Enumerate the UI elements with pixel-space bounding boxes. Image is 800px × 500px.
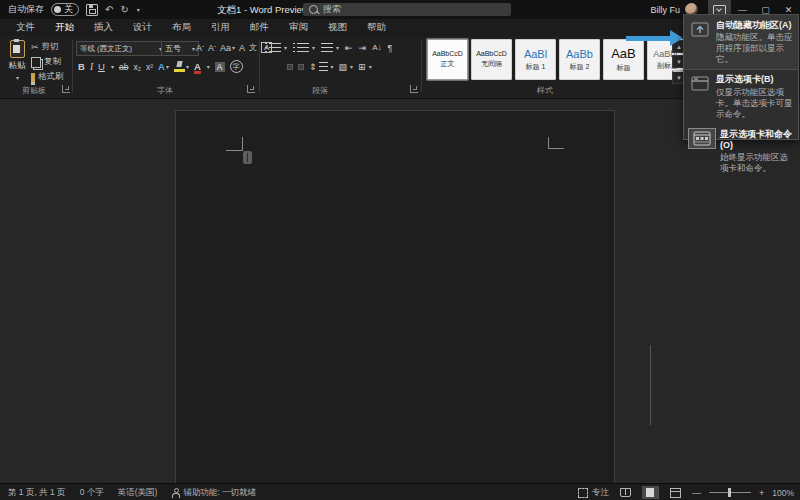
arrow-head-icon — [670, 30, 683, 46]
tab-help[interactable]: 帮助 — [357, 19, 396, 36]
text-effects-button[interactable]: A▾ — [158, 61, 169, 72]
tab-references[interactable]: 引用 — [201, 19, 240, 36]
strikethrough-button[interactable]: ab — [119, 62, 128, 72]
document-title: 文档1 - Word Preview — [217, 4, 309, 17]
align-right-button[interactable] — [287, 64, 293, 70]
line-spacing-button[interactable]: ⇕▾ — [309, 62, 334, 72]
scrollbar-thumb[interactable] — [650, 345, 651, 425]
superscript-button[interactable]: x² — [146, 62, 153, 72]
qat-customize-chevron-icon[interactable]: ▾ — [137, 6, 140, 13]
style-heading2[interactable]: AaBb 标题 2 — [559, 39, 600, 80]
user-name: Billy Fu — [650, 5, 680, 15]
menu-item-title: 显示选项卡(B) — [716, 74, 794, 85]
multilevel-list-button[interactable]: ▾ — [321, 43, 339, 52]
zoom-out-button[interactable]: — — [692, 488, 701, 498]
menu-item-show-tabs[interactable]: 显示选项卡(B) 仅显示功能区选项卡。单击选项卡可显示命令。 — [684, 69, 798, 123]
copy-button[interactable]: 复制 — [31, 56, 64, 68]
tab-home[interactable]: 开始 — [45, 19, 84, 36]
toggle-knob-icon — [54, 6, 61, 13]
clipboard-dialog-launcher-icon[interactable] — [62, 85, 70, 93]
font-name-select[interactable]: 等线 (西文正文) ▾ — [76, 41, 166, 56]
tab-review[interactable]: 审阅 — [279, 19, 318, 36]
tab-design[interactable]: 设计 — [123, 19, 162, 36]
tab-layout[interactable]: 布局 — [162, 19, 201, 36]
paste-label: 粘贴 — [9, 60, 26, 72]
arrow-body — [626, 36, 670, 41]
menu-item-show-tabs-and-commands[interactable]: 显示选项卡和命令(O) 始终显示功能区选项卡和命令。 — [684, 124, 798, 179]
cut-label: 剪切 — [42, 41, 59, 53]
style-no-spacing[interactable]: AaBbCcD 无间隔 — [471, 39, 512, 80]
chevron-down-icon: ▾ — [192, 45, 195, 52]
tab-mailings[interactable]: 邮件 — [240, 19, 279, 36]
paragraph-row-2: ⇕▾ ▨▾ ⊞▾ — [265, 59, 372, 74]
sort-button[interactable]: A↓ — [372, 43, 381, 52]
text-cursor[interactable] — [243, 151, 252, 164]
undo-button[interactable]: ↶ — [105, 5, 113, 15]
borders-button[interactable]: ⊞▾ — [358, 62, 372, 72]
italic-button[interactable]: I — [90, 62, 93, 72]
accessibility-status[interactable]: 辅助功能: 一切就绪 — [171, 487, 256, 499]
focus-mode-button[interactable]: 专注 — [578, 487, 609, 499]
save-icon[interactable] — [86, 4, 98, 16]
redo-button[interactable]: ↻ — [120, 5, 128, 15]
menu-item-auto-hide-ribbon[interactable]: 自动隐藏功能区(A) 隐藏功能区。单击应用程序顶部以显示它。 — [684, 15, 798, 69]
print-layout-button[interactable] — [642, 486, 659, 499]
margin-crop-mark-top-left — [226, 150, 243, 151]
phonetic-guide-button[interactable]: 文 — [249, 42, 257, 53]
language-indicator[interactable]: 英语(美国) — [118, 487, 158, 499]
tab-insert[interactable]: 插入 — [84, 19, 123, 36]
web-layout-button[interactable] — [667, 486, 684, 499]
format-painter-icon — [31, 73, 35, 82]
style-heading1[interactable]: AaBl 标题 1 — [515, 39, 556, 80]
ribbon-display-options-menu: 自动隐藏功能区(A) 隐藏功能区。单击应用程序顶部以显示它。 显示选项卡(B) … — [683, 14, 799, 140]
align-center-button[interactable] — [276, 64, 282, 70]
enclose-characters-button[interactable]: 字 — [230, 60, 243, 73]
document-page[interactable] — [175, 110, 615, 483]
menu-item-desc: 仅显示功能区选项卡。单击选项卡可显示命令。 — [716, 87, 794, 120]
zoom-level[interactable]: 100% — [772, 488, 794, 498]
zoom-slider[interactable] — [709, 492, 751, 493]
font-dialog-launcher-icon[interactable] — [247, 85, 255, 93]
annotation-arrow — [626, 30, 683, 47]
autosave-toggle[interactable]: 关 — [51, 3, 79, 16]
clear-formatting-button[interactable]: A — [239, 43, 245, 53]
change-case-button[interactable]: Aa▾ — [220, 43, 235, 53]
clipboard-group-label: 剪贴板 — [10, 85, 58, 96]
word-count[interactable]: 0 个字 — [80, 487, 104, 499]
align-left-button[interactable] — [265, 64, 271, 70]
menu-item-title: 自动隐藏功能区(A) — [716, 20, 794, 31]
justify-button[interactable] — [298, 64, 304, 70]
character-shading-button[interactable]: A — [215, 62, 225, 72]
highlight-color-button[interactable]: ▾ — [174, 61, 189, 72]
font-row-2: B I U ▾ ab x₂ x² A▾ ▾ A ▾ A 字 — [78, 59, 243, 74]
bullets-button[interactable]: ▾ — [265, 43, 287, 52]
shading-button[interactable]: ▨▾ — [339, 62, 354, 72]
page-indicator[interactable]: 第 1 页, 共 1 页 — [8, 487, 66, 499]
word-app-window: 自动保存 关 ↶ ↻ ▾ 文档1 - Word Preview 搜索 Billy… — [0, 0, 800, 500]
increase-indent-button[interactable]: ⇥ — [359, 43, 367, 53]
font-color-dropdown-icon[interactable]: ▾ — [207, 63, 210, 70]
decrease-indent-button[interactable]: ⇤ — [345, 43, 353, 53]
tab-view[interactable]: 视图 — [318, 19, 357, 36]
underline-button[interactable]: U — [98, 61, 105, 72]
format-painter-button[interactable]: 格式刷 — [31, 71, 64, 83]
show-hide-marks-button[interactable]: ¶ — [387, 43, 392, 53]
tab-file[interactable]: 文件 — [6, 19, 45, 36]
font-size-select[interactable]: 五号 ▾ — [161, 41, 199, 56]
grow-font-button[interactable]: Aˆ — [196, 43, 204, 53]
font-color-button[interactable]: A — [194, 61, 201, 72]
shrink-font-button[interactable]: Aˇ — [208, 43, 216, 53]
underline-dropdown-icon[interactable]: ▾ — [111, 63, 114, 70]
paste-button[interactable]: 粘贴 ▾ — [5, 40, 29, 82]
subscript-button[interactable]: x₂ — [133, 62, 141, 72]
cut-button[interactable]: ✂ 剪切 — [31, 41, 64, 53]
paragraph-dialog-launcher-icon[interactable] — [410, 85, 418, 93]
bold-button[interactable]: B — [78, 61, 85, 72]
style-normal[interactable]: AaBbCcD 正文 — [427, 39, 468, 80]
zoom-in-button[interactable]: + — [759, 488, 764, 498]
zoom-slider-thumb[interactable] — [728, 488, 731, 497]
numbering-button[interactable]: ▾ — [293, 43, 315, 52]
search-box[interactable]: 搜索 — [303, 3, 511, 16]
accessibility-icon — [171, 488, 179, 497]
read-mode-button[interactable] — [617, 486, 634, 499]
